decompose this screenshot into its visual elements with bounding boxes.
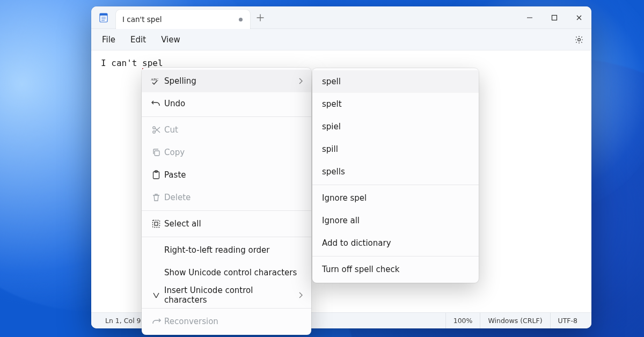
menu-item-add-to-dictionary[interactable]: Add to dictionary	[312, 232, 479, 254]
menu-separator	[312, 256, 479, 257]
notepad-app-icon	[91, 6, 116, 28]
menu-edit[interactable]: Edit	[124, 32, 152, 48]
menu-separator	[142, 237, 311, 237]
menu-item-label: Select all	[164, 219, 303, 229]
spell-suggestion[interactable]: spill	[312, 138, 479, 160]
spell-suggestion[interactable]: spell	[312, 70, 479, 93]
svg-point-9	[153, 131, 155, 133]
menu-separator	[312, 185, 479, 185]
menu-item-ignore-all[interactable]: Ignore all	[312, 209, 479, 232]
menu-item-label: Reconversion	[164, 317, 303, 326]
insert-caret-icon	[148, 291, 164, 299]
svg-rect-11	[153, 172, 159, 179]
suggestion-label: spell	[322, 77, 470, 86]
scissors-icon	[148, 126, 164, 134]
menu-item-delete: Delete	[142, 186, 311, 209]
menu-file[interactable]: File	[96, 32, 122, 48]
menu-item-label: Spelling	[164, 76, 290, 86]
abc-check-icon: ABC	[148, 77, 164, 85]
menu-item-label: Delete	[164, 193, 303, 202]
editor-line: I can't spel	[101, 58, 163, 68]
menu-item-undo[interactable]: Undo	[142, 92, 311, 115]
menu-item-label: Copy	[164, 148, 303, 157]
maximize-button[interactable]	[542, 6, 567, 28]
menu-item-paste[interactable]: Paste	[142, 164, 311, 186]
unsaved-dot-icon	[239, 18, 243, 21]
desktop-wallpaper: I can't spel File Edit View	[0, 0, 644, 337]
menu-item-label: Show Unicode control characters	[164, 268, 303, 277]
menu-item-spelling[interactable]: ABC Spelling	[142, 70, 311, 92]
copy-icon	[148, 148, 164, 157]
menu-item-label: Cut	[164, 125, 303, 135]
menu-separator	[142, 210, 311, 211]
menu-item-label: Undo	[164, 99, 303, 108]
menu-item-label: Ignore spel	[322, 193, 470, 203]
chevron-right-icon	[298, 292, 303, 298]
close-button[interactable]	[567, 6, 591, 28]
tab[interactable]: I can't spel	[116, 10, 250, 29]
status-zoom[interactable]: 100%	[445, 313, 480, 328]
spell-suggestion[interactable]: spelt	[312, 93, 479, 115]
menu-item-label: Right-to-left reading order	[164, 245, 303, 255]
suggestion-label: spill	[322, 144, 470, 154]
spell-suggestion[interactable]: spiel	[312, 115, 479, 138]
status-position: Ln 1, Col 9	[98, 313, 149, 328]
menu-item-label: Paste	[164, 170, 303, 180]
menu-separator	[142, 116, 311, 117]
menu-item-copy: Copy	[142, 141, 311, 164]
menu-item-label: Turn off spell check	[322, 265, 470, 274]
chevron-right-icon	[298, 78, 303, 84]
spelling-submenu: spell spelt spiel spill spells Ignore sp…	[312, 68, 479, 283]
menu-item-label: Add to dictionary	[322, 238, 470, 248]
trash-icon	[148, 193, 164, 202]
menu-item-label: Ignore all	[322, 216, 470, 225]
titlebar[interactable]: I can't spel	[91, 6, 591, 29]
svg-rect-1	[100, 13, 107, 16]
menu-item-cut: Cut	[142, 119, 311, 141]
menu-separator	[142, 308, 311, 309]
svg-point-8	[153, 127, 155, 129]
suggestion-label: spiel	[322, 122, 470, 131]
menu-item-insert-unicode-cc[interactable]: Insert Unicode control characters	[142, 284, 311, 306]
spell-suggestion[interactable]: spells	[312, 160, 479, 183]
svg-point-6	[578, 38, 581, 41]
status-line-ending[interactable]: Windows (CRLF)	[480, 313, 550, 328]
menu-item-select-all[interactable]: Select all	[142, 213, 311, 235]
menu-item-show-unicode-cc[interactable]: Show Unicode control characters	[142, 261, 311, 284]
status-encoding[interactable]: UTF-8	[550, 313, 585, 328]
new-tab-button[interactable]	[250, 6, 270, 28]
svg-rect-10	[155, 151, 159, 156]
svg-rect-13	[153, 221, 160, 228]
select-all-icon	[148, 219, 164, 228]
menu-view[interactable]: View	[155, 32, 187, 48]
redo-icon	[148, 317, 164, 326]
menubar: File Edit View	[91, 29, 591, 50]
suggestion-label: spelt	[322, 99, 470, 109]
svg-rect-14	[155, 222, 158, 225]
menu-item-rtl-reading[interactable]: Right-to-left reading order	[142, 239, 311, 261]
menu-item-ignore-word[interactable]: Ignore spel	[312, 187, 479, 209]
menu-item-reconversion: Reconversion	[142, 310, 311, 333]
tab-title: I can't spel	[122, 15, 233, 24]
undo-icon	[148, 99, 164, 108]
svg-text:ABC: ABC	[151, 77, 159, 82]
svg-rect-5	[552, 15, 557, 20]
paste-icon	[148, 170, 164, 180]
editor-text: I can't	[101, 58, 142, 68]
settings-button[interactable]	[571, 32, 587, 48]
menu-item-label: Insert Unicode control characters	[164, 285, 290, 305]
suggestion-label: spells	[322, 167, 470, 177]
context-menu: ABC Spelling Undo Cut Copy	[142, 68, 311, 335]
minimize-button[interactable]	[517, 6, 542, 28]
menu-item-turn-off-spell-check[interactable]: Turn off spell check	[312, 258, 479, 281]
